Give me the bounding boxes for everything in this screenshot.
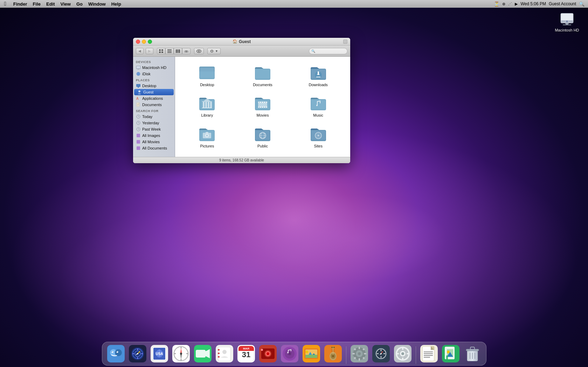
dock-safari[interactable]	[171, 344, 191, 364]
column-view-button[interactable]	[174, 48, 182, 54]
svg-point-158	[305, 351, 308, 353]
svg-rect-159	[305, 355, 317, 358]
file-documents[interactable]: Documents	[236, 62, 289, 90]
svg-rect-198	[402, 348, 403, 350]
minimize-button[interactable]	[142, 40, 146, 44]
traffic-lights	[136, 40, 152, 44]
search-box[interactable]: 🔍	[309, 48, 347, 54]
svg-rect-2	[561, 14, 573, 20]
edit-menu[interactable]: Edit	[43, 1, 58, 7]
file-music[interactable]: Music	[292, 93, 345, 120]
svg-point-122	[180, 353, 182, 355]
sidebar-past-week[interactable]: Past Week	[133, 126, 175, 132]
titlebar: 🏠 Guest	[133, 38, 350, 46]
go-menu[interactable]: Go	[74, 1, 85, 7]
dock-garageband[interactable]	[323, 344, 343, 364]
music-file-label: Music	[313, 113, 323, 117]
sidebar-desktop[interactable]: Desktop	[133, 83, 175, 89]
dock-disk-utility[interactable]	[393, 344, 413, 364]
file-downloads[interactable]: Downloads	[292, 62, 345, 90]
idisk-icon	[136, 71, 141, 76]
hd-sidebar-icon	[136, 65, 141, 70]
sidebar-documents[interactable]: Documents	[133, 102, 175, 108]
desktop-file-label: Desktop	[200, 83, 214, 87]
apple-menu[interactable]: 	[0, 1, 11, 7]
dock-photobooth[interactable]	[258, 344, 278, 364]
file-pictures[interactable]: Pictures	[181, 124, 234, 151]
svg-rect-51	[200, 68, 214, 78]
search-header: SEARCH FOR	[133, 108, 175, 113]
sidebar: DEVICES Macintosh HD iDisk PLACES	[133, 57, 175, 157]
svg-rect-62	[210, 102, 212, 108]
view-menu[interactable]: View	[58, 1, 74, 7]
file-desktop[interactable]: Desktop	[181, 62, 234, 90]
svg-rect-70	[259, 102, 260, 103]
svg-rect-63	[202, 108, 212, 108]
icon-view-button[interactable]	[157, 48, 165, 54]
bluetooth-icon[interactable]: ⊛	[502, 2, 505, 6]
dock-trash[interactable]	[462, 344, 483, 364]
dock-mail[interactable]: USA	[149, 344, 170, 364]
svg-rect-13	[167, 52, 172, 53]
file-movies[interactable]: Movies	[236, 93, 289, 120]
svg-text:A: A	[136, 97, 139, 101]
dock-timemachine[interactable]	[371, 344, 391, 364]
dock-iphoto[interactable]	[301, 344, 321, 364]
svg-point-146	[267, 352, 269, 355]
dock-finder[interactable]	[106, 344, 126, 364]
finder-menu[interactable]: Finder	[11, 1, 30, 7]
hd-label: Macintosh HD	[555, 28, 579, 32]
svg-rect-15	[178, 49, 179, 53]
dock-divider-2	[416, 346, 416, 364]
dock-textedit[interactable]	[419, 344, 439, 364]
dock-calendar[interactable]: MAR 31	[236, 344, 256, 364]
dock-itunes[interactable]	[279, 344, 300, 364]
dock-preview[interactable]	[441, 344, 461, 364]
menubar-user[interactable]: Guest Account	[549, 1, 576, 6]
svg-point-135	[222, 350, 227, 354]
window-collapse-button[interactable]	[343, 40, 347, 44]
sidebar-all-images[interactable]: All Images	[133, 132, 175, 139]
eye-button[interactable]	[194, 48, 204, 54]
dock-dashboard[interactable]	[127, 344, 148, 364]
svg-rect-72	[263, 102, 264, 103]
action-button[interactable]: ▼	[207, 48, 221, 54]
file-menu[interactable]: File	[30, 1, 43, 7]
file-public[interactable]: Public	[236, 124, 289, 151]
svg-point-98	[116, 351, 118, 353]
forward-button[interactable]: ▶	[146, 48, 153, 54]
sidebar-today[interactable]: Today	[133, 113, 175, 120]
dock-preferences[interactable]	[349, 344, 369, 364]
svg-rect-7	[159, 49, 161, 51]
sidebar-macintosh-hd[interactable]: Macintosh HD	[133, 64, 175, 71]
time-machine-icon[interactable]: ⏳	[494, 1, 499, 7]
maximize-button[interactable]	[148, 40, 152, 44]
menubar-search-icon[interactable]: 🔍	[579, 1, 584, 7]
menubar:  Finder File Edit View Go Window Help ⏳…	[0, 0, 588, 8]
file-library[interactable]: Library	[181, 93, 234, 120]
svg-rect-132	[218, 349, 220, 351]
wifi-icon[interactable]: ⋰	[508, 2, 512, 6]
volume-icon[interactable]: ▶	[515, 2, 518, 6]
svg-rect-77	[265, 107, 266, 108]
macintosh-hd-icon[interactable]: Macintosh HD	[553, 11, 581, 32]
list-view-button[interactable]	[165, 48, 174, 54]
status-bar: 9 items, 168.52 GB available	[133, 157, 350, 163]
sidebar-idisk[interactable]: iDisk	[133, 71, 175, 77]
dock-facetime[interactable]	[193, 344, 213, 364]
cover-flow-button[interactable]	[182, 48, 191, 54]
back-button[interactable]: ◀	[136, 48, 144, 54]
sidebar-applications[interactable]: A Applications	[133, 95, 175, 102]
sidebar-guest[interactable]: Guest	[134, 89, 174, 95]
sidebar-all-movies[interactable]: All Movies	[133, 139, 175, 145]
close-button[interactable]	[136, 40, 140, 44]
window-menu[interactable]: Window	[85, 1, 109, 7]
dock-addressbook[interactable]	[214, 344, 235, 364]
sidebar-all-documents[interactable]: All Documents	[133, 145, 175, 151]
svg-point-97	[111, 351, 113, 353]
svg-rect-56	[318, 71, 319, 74]
help-menu[interactable]: Help	[109, 1, 124, 7]
file-sites[interactable]: Sites	[292, 124, 345, 151]
sidebar-yesterday[interactable]: Yesterday	[133, 120, 175, 126]
sidebar-toggle[interactable]	[343, 40, 347, 44]
